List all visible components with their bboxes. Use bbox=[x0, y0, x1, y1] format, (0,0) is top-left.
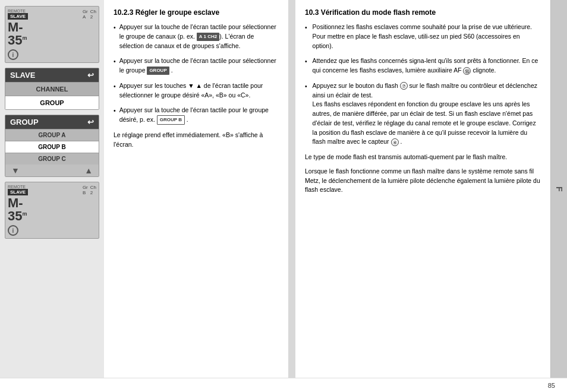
group-title: GROUP bbox=[10, 118, 39, 127]
screen1-zoom: M- 35m bbox=[8, 21, 96, 47]
bullet-4: • bbox=[114, 106, 116, 116]
instruction-1-text: Appuyer sur la touche de l'écran tactile… bbox=[119, 23, 279, 50]
group-menu-a[interactable]: GROUP A bbox=[5, 129, 99, 141]
right-bullet-3-dot: • bbox=[305, 82, 309, 91]
instruction-3-text: Appuyer sur les touches ▼ ▲ de l'écran t… bbox=[119, 81, 279, 100]
circle-4: ④ bbox=[391, 138, 399, 146]
page-number: 85 bbox=[548, 382, 555, 389]
left-panel: REMOTE SLAVE Gr A Ch 2 M- 35m bbox=[0, 0, 104, 378]
right-bullet-2-text: Attendez que les flashs concernés signa-… bbox=[313, 56, 541, 75]
right-para-1: Le type de mode flash est transmis autom… bbox=[305, 153, 541, 162]
screen2-gr-ch: Gr B Ch 2 bbox=[83, 185, 96, 195]
screen2-gr-label: Gr bbox=[83, 185, 88, 190]
screen1-remote-label: REMOTE bbox=[8, 9, 28, 13]
slave-header: SLAVE ↩ bbox=[5, 68, 99, 82]
middle-note: Le réglage prend effet immédiatement. «B… bbox=[114, 131, 279, 150]
screen1-info-btn[interactable]: i bbox=[8, 49, 18, 60]
badge-group: GROUP bbox=[147, 67, 169, 75]
screen1: REMOTE SLAVE Gr A Ch 2 M- 35m bbox=[5, 6, 99, 63]
screen2: REMOTE SLAVE Gr B Ch 2 M- 35m bbox=[5, 182, 99, 239]
page-footer: 85 bbox=[0, 378, 567, 392]
screen2-info-btn[interactable]: i bbox=[8, 225, 18, 236]
right-bullet-3-text: Appuyez sur le bouton du flash ⑦ sur le … bbox=[313, 81, 541, 147]
group-header: GROUP ↩ bbox=[5, 115, 99, 129]
instruction-4: • Appuyer sur la touche de l'écran tacti… bbox=[114, 106, 279, 125]
screen1-zoom-value: 35 bbox=[8, 33, 22, 48]
screen2-zoom-unit: m bbox=[22, 211, 27, 217]
right-para-2: Lorsque le flash fonctionne comme un fla… bbox=[305, 167, 541, 195]
middle-panel: 10.2.3 Régler le groupe esclave • Appuye… bbox=[104, 0, 288, 378]
circle-14: ⑭ bbox=[463, 67, 471, 75]
slave-menu-group[interactable]: GROUP bbox=[5, 96, 99, 109]
right-bullet-3: • Appuyez sur le bouton du flash ⑦ sur l… bbox=[305, 81, 541, 147]
screen1-slave-label: SLAVE bbox=[8, 13, 28, 20]
screen2-zoom: M- 35m bbox=[8, 197, 96, 223]
group-back-icon[interactable]: ↩ bbox=[87, 118, 94, 127]
slave-screen: SLAVE ↩ CHANNEL GROUP bbox=[5, 68, 99, 110]
instruction-2-text: Appuyer sur la touche de l'écran tactile… bbox=[119, 56, 279, 75]
middle-note-text: Le réglage prend effet immédiatement. «B… bbox=[114, 131, 279, 150]
slave-menu-channel[interactable]: CHANNEL bbox=[5, 82, 99, 96]
instruction-4-text: Appuyer sur la touche de l'écran tactile… bbox=[119, 106, 279, 125]
instruction-1: • Appuyer sur la touche de l'écran tacti… bbox=[114, 23, 279, 50]
instruction-3: • Appuyer sur les touches ▼ ▲ de l'écran… bbox=[114, 81, 279, 100]
bullet-2: • bbox=[114, 57, 116, 67]
group-menu-b[interactable]: GROUP B bbox=[5, 141, 99, 153]
f-tab-label: F bbox=[555, 186, 564, 192]
screen1-ch-label: Ch bbox=[90, 9, 96, 14]
screen1-ch-value: 2 bbox=[90, 14, 96, 20]
bullet-3: • bbox=[114, 82, 116, 91]
screen2-remote-label: REMOTE bbox=[8, 185, 28, 189]
bullet-1: • bbox=[114, 23, 116, 33]
group-arrow-down[interactable]: ▼ bbox=[11, 166, 20, 175]
screen2-slave-label: SLAVE bbox=[8, 189, 28, 195]
screen1-gr-label: Gr bbox=[83, 9, 88, 14]
screen2-ch-value: 2 bbox=[90, 190, 96, 195]
screen1-zoom-unit: m bbox=[22, 35, 27, 41]
right-bullet-2-dot: • bbox=[305, 57, 309, 67]
screen2-gr-value: B bbox=[83, 190, 88, 195]
middle-section-title: 10.2.3 Régler le groupe esclave bbox=[114, 8, 279, 17]
screen2-header: REMOTE SLAVE Gr B Ch 2 bbox=[8, 185, 96, 195]
screen2-zoom-value: 35 bbox=[8, 208, 22, 223]
group-menu-c[interactable]: GROUP C bbox=[5, 153, 99, 165]
group-arrows: ▼ ▲ bbox=[5, 165, 99, 176]
slave-back-icon[interactable]: ↩ bbox=[87, 71, 94, 80]
badge-groupb: GROUP B bbox=[157, 115, 185, 125]
slave-title: SLAVE bbox=[10, 71, 35, 80]
right-section-title: 10.3 Vérification du mode flash remote bbox=[305, 8, 541, 17]
badge-a1ch2: A 1 CH2 bbox=[197, 33, 219, 41]
right-bullet-1-text: Positionnez les flashs esclaves comme so… bbox=[313, 23, 541, 50]
right-panel: 10.3 Vérification du mode flash remote •… bbox=[295, 0, 550, 378]
right-bullet-2: • Attendez que les flashs concernés sign… bbox=[305, 56, 541, 75]
screen1-gr-value: A bbox=[83, 14, 88, 20]
screen1-header: REMOTE SLAVE Gr A Ch 2 bbox=[8, 9, 96, 20]
f-tab: F bbox=[550, 0, 567, 378]
screen2-ch-label: Ch bbox=[90, 185, 96, 190]
right-bullet-1-dot: • bbox=[305, 23, 309, 33]
screen1-gr-ch: Gr A Ch 2 bbox=[83, 9, 96, 20]
instruction-2: • Appuyer sur la touche de l'écran tacti… bbox=[114, 56, 279, 75]
group-arrow-up[interactable]: ▲ bbox=[84, 166, 93, 175]
right-bullet-1: • Positionnez les flashs esclaves comme … bbox=[305, 23, 541, 50]
circle-7: ⑦ bbox=[400, 82, 408, 90]
separator bbox=[288, 0, 295, 378]
group-screen: GROUP ↩ GROUP A GROUP B GROUP C ▼ ▲ bbox=[5, 115, 99, 177]
